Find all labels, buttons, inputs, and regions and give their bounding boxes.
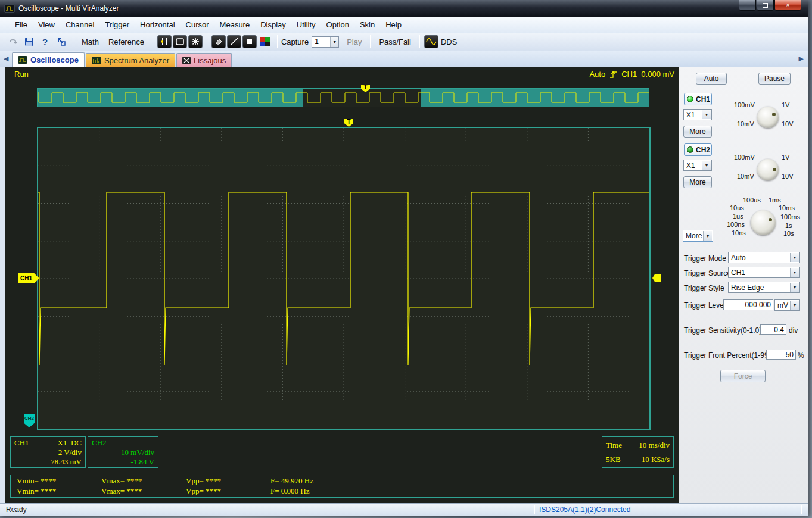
ch1-level-marker[interactable]: CH1	[18, 273, 39, 283]
tabs-scroll-left-icon[interactable]: ◀	[4, 55, 8, 63]
menu-trigger[interactable]: Trigger	[99, 18, 135, 32]
ch1-range-1v: 1V	[782, 101, 789, 108]
ch1-more-button[interactable]: More	[683, 126, 712, 138]
erase-icon[interactable]	[211, 35, 226, 48]
menu-skin[interactable]: Skin	[354, 18, 380, 32]
timebase-more-dropdown[interactable]: More▾	[683, 230, 713, 242]
ch1-range-100mv: 100mV	[734, 101, 755, 108]
close-button[interactable]: ×	[774, 0, 801, 11]
menu-display[interactable]: Display	[255, 18, 291, 32]
tb-100ms: 100ms	[780, 213, 800, 220]
device-status: ISDS205A(1.1)(2)Connected	[539, 505, 630, 514]
time-info-name: Time	[606, 438, 622, 453]
ch2-range-100mv: 100mV	[734, 154, 755, 161]
ch1-enable-toggle[interactable]: CH1	[684, 93, 712, 105]
math-button[interactable]: Math	[77, 36, 104, 48]
ch1-info-box: CH1X1 DC 2 V/div 78.43 mV	[10, 436, 86, 468]
menu-channel[interactable]: Channel	[60, 18, 99, 32]
ch1-probe-select[interactable]: X1▾	[683, 109, 712, 120]
help-button[interactable]: ?	[38, 35, 52, 49]
timebase-knob[interactable]	[751, 210, 776, 235]
ch2-probe-select[interactable]: X1▾	[683, 160, 712, 171]
ch1-volts-knob[interactable]	[757, 107, 779, 128]
trigger-level-marker[interactable]	[652, 274, 661, 282]
ch2-range-10v: 10V	[782, 173, 794, 180]
trigger-sensitivity-unit: div	[789, 326, 798, 335]
titlebar: Oscilloscope - Multi VirAnalyzer − ×	[0, 0, 808, 17]
trigger-position-marker[interactable]: T	[344, 119, 353, 127]
tabs-scroll-right-icon[interactable]: ▶	[799, 55, 804, 63]
tb-100ns: 100ns	[727, 221, 745, 228]
run-status: Run	[14, 70, 29, 79]
color-palette-icon[interactable]	[258, 35, 273, 49]
menu-utility[interactable]: Utility	[291, 18, 321, 32]
display-icon[interactable]	[173, 35, 187, 48]
ch2-range-1v: 1V	[782, 154, 789, 161]
force-button[interactable]: Force	[720, 370, 766, 382]
trigger-sensitivity-input[interactable]	[760, 324, 786, 335]
menu-view[interactable]: View	[33, 18, 60, 32]
tb-1ms: 1ms	[769, 196, 781, 204]
graticule	[37, 127, 651, 430]
trigger-mode-value: Auto	[731, 254, 746, 262]
trigger-mode-select[interactable]: Auto▾	[728, 252, 800, 263]
main-waveform	[38, 128, 649, 429]
maximize-button[interactable]	[757, 0, 774, 11]
pause-button[interactable]: Pause	[758, 73, 791, 85]
save-icon[interactable]	[21, 35, 36, 49]
menu-cursor[interactable]: Cursor	[181, 18, 214, 32]
ch1-range-10mv: 10mV	[737, 120, 754, 127]
tab-spectrum-analyzer[interactable]: Spectrum Analyzer	[86, 53, 175, 67]
measure-vmax-1: Vmax= ****	[101, 476, 186, 486]
play-button[interactable]: Play	[342, 36, 366, 48]
scope-display: Run Auto CH1 0.000 mV T T CH1 CH2 CH1X1 …	[5, 67, 679, 503]
tb-1s: 1s	[785, 222, 792, 229]
trigger-front-input[interactable]	[766, 350, 796, 360]
menu-measure[interactable]: Measure	[214, 18, 256, 32]
trigger-front-label: Trigger Front Percent(1-99)	[684, 351, 771, 360]
chevron-down-icon: ▾	[702, 110, 711, 119]
ch2-enable-toggle[interactable]: CH2	[684, 143, 712, 156]
ch1-led-icon	[687, 96, 693, 102]
cursor-line-icon[interactable]	[227, 35, 241, 48]
dds-icon[interactable]	[424, 35, 438, 48]
auto-button[interactable]: Auto	[696, 73, 727, 85]
trigger-style-select[interactable]: Rise Edge▾	[728, 282, 800, 293]
tb-10ms: 10ms	[779, 204, 795, 211]
trigger-source-select[interactable]: CH1▾	[728, 267, 800, 278]
ch2-volts-knob[interactable]	[757, 159, 779, 180]
ch1-volts-div: 2 V/div	[14, 448, 82, 457]
minimize-button[interactable]: −	[739, 0, 756, 11]
tab-lissajous[interactable]: Lissajous	[176, 53, 232, 67]
ch2-more-button[interactable]: More	[683, 176, 712, 188]
reference-button[interactable]: Reference	[104, 36, 149, 48]
ch2-position: -1.84 V	[92, 457, 154, 467]
snapshot-icon[interactable]	[54, 35, 69, 49]
record-depth: 5KB	[606, 453, 621, 467]
tabbar: ◀ Oscilloscope Spectrum Analyzer Lissajo…	[0, 51, 808, 67]
ch2-level-marker[interactable]: CH2	[24, 414, 35, 427]
undo-icon[interactable]	[5, 35, 20, 49]
utility-icon[interactable]	[188, 35, 203, 48]
ch2-led-icon	[687, 146, 693, 153]
channels-icon[interactable]	[157, 35, 172, 48]
record-overview-strip[interactable]	[37, 88, 649, 107]
ch2-info-box: CH2 10 mV/div -1.84 V	[88, 436, 158, 468]
menu-file[interactable]: File	[10, 18, 33, 32]
trigger-level-unit-select[interactable]: mV▾	[774, 299, 800, 311]
tab-oscilloscope[interactable]: Oscilloscope	[12, 52, 85, 67]
spectrum-tab-icon	[92, 57, 101, 64]
menu-horizontal[interactable]: Horizontal	[135, 18, 181, 32]
app-icon	[4, 4, 15, 13]
chevron-down-icon[interactable]: ▾	[330, 37, 338, 47]
menu-help[interactable]: Help	[380, 18, 407, 32]
pass-fail-button[interactable]: Pass/Fail	[374, 36, 415, 48]
measure-vmin-1: Vmin= ****	[17, 476, 101, 486]
timebase-more-label: More	[686, 232, 702, 240]
menu-option[interactable]: Option	[321, 18, 354, 32]
trigger-level-input[interactable]	[723, 299, 773, 310]
tb-1us: 1us	[733, 213, 743, 220]
stop-icon[interactable]	[242, 35, 257, 48]
overview-waveform	[38, 89, 649, 107]
status-divider	[801, 505, 802, 514]
